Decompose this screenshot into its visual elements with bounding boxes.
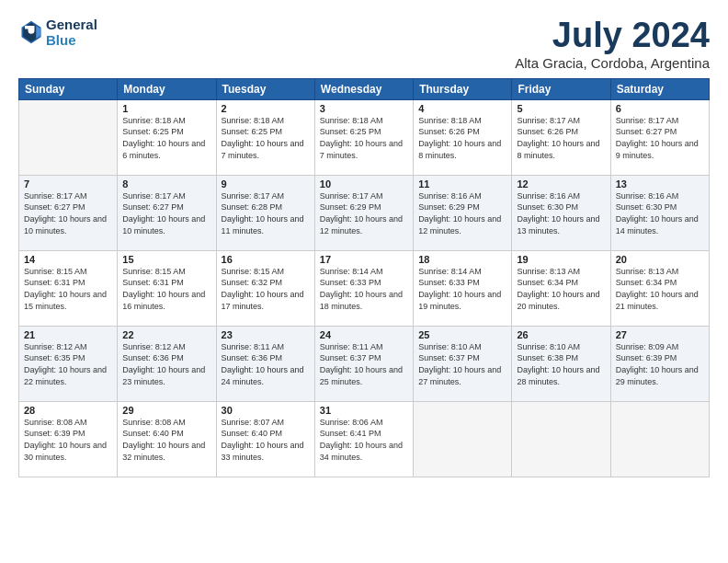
calendar-day-header: Friday <box>512 78 610 99</box>
calendar-week-row: 7Sunrise: 8:17 AM Sunset: 6:27 PM Daylig… <box>19 175 710 250</box>
day-info: Sunrise: 8:17 AM Sunset: 6:27 PM Dayligh… <box>24 190 112 236</box>
day-number: 25 <box>418 329 506 340</box>
day-info: Sunrise: 8:18 AM Sunset: 6:25 PM Dayligh… <box>320 115 408 161</box>
day-number: 21 <box>24 329 112 340</box>
calendar-day-cell: 30Sunrise: 8:07 AM Sunset: 6:40 PM Dayli… <box>216 401 314 477</box>
day-info: Sunrise: 8:11 AM Sunset: 6:36 PM Dayligh… <box>222 341 310 387</box>
day-number: 13 <box>616 178 704 190</box>
day-info: Sunrise: 8:15 AM Sunset: 6:31 PM Dayligh… <box>24 266 112 312</box>
calendar-day-cell: 31Sunrise: 8:06 AM Sunset: 6:41 PM Dayli… <box>314 401 413 477</box>
day-info: Sunrise: 8:12 AM Sunset: 6:35 PM Dayligh… <box>24 341 112 387</box>
calendar-day-cell <box>512 401 610 477</box>
calendar-day-cell: 29Sunrise: 8:08 AM Sunset: 6:40 PM Dayli… <box>118 401 216 477</box>
day-number: 8 <box>122 178 210 190</box>
day-number: 3 <box>320 103 408 114</box>
calendar-day-cell: 23Sunrise: 8:11 AM Sunset: 6:36 PM Dayli… <box>216 326 314 401</box>
calendar-day-cell <box>610 401 709 477</box>
calendar-day-cell: 17Sunrise: 8:14 AM Sunset: 6:33 PM Dayli… <box>314 250 413 326</box>
calendar-day-cell: 13Sunrise: 8:16 AM Sunset: 6:30 PM Dayli… <box>610 175 709 250</box>
calendar-day-cell: 20Sunrise: 8:13 AM Sunset: 6:34 PM Dayli… <box>610 250 709 326</box>
day-info: Sunrise: 8:15 AM Sunset: 6:32 PM Dayligh… <box>222 266 310 312</box>
page: General Blue July 2024 Alta Gracia, Cord… <box>0 0 728 563</box>
day-number: 2 <box>222 103 310 114</box>
calendar-day-cell: 28Sunrise: 8:08 AM Sunset: 6:39 PM Dayli… <box>19 401 118 477</box>
calendar-day-header: Thursday <box>414 78 512 99</box>
day-info: Sunrise: 8:07 AM Sunset: 6:40 PM Dayligh… <box>222 417 310 463</box>
day-number: 22 <box>122 329 210 340</box>
calendar-day-cell: 2Sunrise: 8:18 AM Sunset: 6:25 PM Daylig… <box>216 99 314 175</box>
day-number: 26 <box>517 329 605 340</box>
calendar-week-row: 21Sunrise: 8:12 AM Sunset: 6:35 PM Dayli… <box>19 326 710 401</box>
logo-text: General Blue <box>46 17 97 49</box>
calendar-day-cell: 3Sunrise: 8:18 AM Sunset: 6:25 PM Daylig… <box>314 99 413 175</box>
day-info: Sunrise: 8:13 AM Sunset: 6:34 PM Dayligh… <box>616 266 704 312</box>
calendar-day-cell: 16Sunrise: 8:15 AM Sunset: 6:32 PM Dayli… <box>216 250 314 326</box>
day-number: 23 <box>222 329 310 340</box>
calendar-day-cell: 5Sunrise: 8:17 AM Sunset: 6:26 PM Daylig… <box>512 99 610 175</box>
calendar-day-cell: 27Sunrise: 8:09 AM Sunset: 6:39 PM Dayli… <box>610 326 709 401</box>
day-info: Sunrise: 8:13 AM Sunset: 6:34 PM Dayligh… <box>517 266 605 312</box>
logo-icon <box>18 19 44 45</box>
day-info: Sunrise: 8:15 AM Sunset: 6:31 PM Dayligh… <box>122 266 210 312</box>
calendar-day-cell <box>414 401 512 477</box>
header: General Blue July 2024 Alta Gracia, Cord… <box>18 17 710 71</box>
logo: General Blue <box>18 17 97 49</box>
day-info: Sunrise: 8:16 AM Sunset: 6:30 PM Dayligh… <box>616 190 704 236</box>
day-info: Sunrise: 8:18 AM Sunset: 6:26 PM Dayligh… <box>418 115 506 161</box>
day-info: Sunrise: 8:17 AM Sunset: 6:27 PM Dayligh… <box>122 190 210 236</box>
calendar-week-row: 14Sunrise: 8:15 AM Sunset: 6:31 PM Dayli… <box>19 250 710 326</box>
day-info: Sunrise: 8:08 AM Sunset: 6:40 PM Dayligh… <box>122 417 210 463</box>
calendar-table: SundayMondayTuesdayWednesdayThursdayFrid… <box>18 78 710 477</box>
day-info: Sunrise: 8:10 AM Sunset: 6:38 PM Dayligh… <box>517 341 605 387</box>
day-number: 31 <box>320 405 408 416</box>
day-info: Sunrise: 8:17 AM Sunset: 6:29 PM Dayligh… <box>320 190 408 236</box>
calendar-day-header: Tuesday <box>216 78 314 99</box>
day-number: 20 <box>616 254 704 265</box>
calendar-day-cell: 22Sunrise: 8:12 AM Sunset: 6:36 PM Dayli… <box>118 326 216 401</box>
day-number: 19 <box>517 254 605 265</box>
day-info: Sunrise: 8:11 AM Sunset: 6:37 PM Dayligh… <box>320 341 408 387</box>
calendar-day-cell: 14Sunrise: 8:15 AM Sunset: 6:31 PM Dayli… <box>19 250 118 326</box>
subtitle: Alta Gracia, Cordoba, Argentina <box>515 55 710 71</box>
day-number: 14 <box>24 254 112 265</box>
calendar-day-cell: 11Sunrise: 8:16 AM Sunset: 6:29 PM Dayli… <box>414 175 512 250</box>
calendar-day-cell: 8Sunrise: 8:17 AM Sunset: 6:27 PM Daylig… <box>118 175 216 250</box>
day-info: Sunrise: 8:06 AM Sunset: 6:41 PM Dayligh… <box>320 417 408 463</box>
day-number: 7 <box>24 178 112 190</box>
calendar-day-cell: 12Sunrise: 8:16 AM Sunset: 6:30 PM Dayli… <box>512 175 610 250</box>
day-number: 30 <box>222 405 310 416</box>
calendar-day-cell: 21Sunrise: 8:12 AM Sunset: 6:35 PM Dayli… <box>19 326 118 401</box>
day-number: 16 <box>222 254 310 265</box>
calendar-week-row: 28Sunrise: 8:08 AM Sunset: 6:39 PM Dayli… <box>19 401 710 477</box>
calendar-day-cell: 18Sunrise: 8:14 AM Sunset: 6:33 PM Dayli… <box>414 250 512 326</box>
calendar-day-cell: 19Sunrise: 8:13 AM Sunset: 6:34 PM Dayli… <box>512 250 610 326</box>
day-info: Sunrise: 8:08 AM Sunset: 6:39 PM Dayligh… <box>24 417 112 463</box>
calendar-day-cell: 24Sunrise: 8:11 AM Sunset: 6:37 PM Dayli… <box>314 326 413 401</box>
day-number: 11 <box>418 178 506 190</box>
day-info: Sunrise: 8:18 AM Sunset: 6:25 PM Dayligh… <box>122 115 210 161</box>
calendar-day-cell: 10Sunrise: 8:17 AM Sunset: 6:29 PM Dayli… <box>314 175 413 250</box>
day-number: 5 <box>517 103 605 114</box>
day-info: Sunrise: 8:18 AM Sunset: 6:25 PM Dayligh… <box>222 115 310 161</box>
day-info: Sunrise: 8:17 AM Sunset: 6:26 PM Dayligh… <box>517 115 605 161</box>
day-info: Sunrise: 8:10 AM Sunset: 6:37 PM Dayligh… <box>418 341 506 387</box>
calendar-day-cell: 6Sunrise: 8:17 AM Sunset: 6:27 PM Daylig… <box>610 99 709 175</box>
calendar-day-header: Saturday <box>610 78 709 99</box>
calendar-day-cell: 7Sunrise: 8:17 AM Sunset: 6:27 PM Daylig… <box>19 175 118 250</box>
day-info: Sunrise: 8:17 AM Sunset: 6:27 PM Dayligh… <box>616 115 704 161</box>
calendar-day-cell: 26Sunrise: 8:10 AM Sunset: 6:38 PM Dayli… <box>512 326 610 401</box>
calendar-day-cell: 25Sunrise: 8:10 AM Sunset: 6:37 PM Dayli… <box>414 326 512 401</box>
calendar-day-cell: 9Sunrise: 8:17 AM Sunset: 6:28 PM Daylig… <box>216 175 314 250</box>
day-info: Sunrise: 8:16 AM Sunset: 6:30 PM Dayligh… <box>517 190 605 236</box>
day-number: 29 <box>122 405 210 416</box>
day-info: Sunrise: 8:14 AM Sunset: 6:33 PM Dayligh… <box>320 266 408 312</box>
title-block: July 2024 Alta Gracia, Cordoba, Argentin… <box>515 17 710 71</box>
day-number: 12 <box>517 178 605 190</box>
calendar-day-cell: 4Sunrise: 8:18 AM Sunset: 6:26 PM Daylig… <box>414 99 512 175</box>
day-number: 28 <box>24 405 112 416</box>
calendar-day-header: Sunday <box>19 78 118 99</box>
day-info: Sunrise: 8:09 AM Sunset: 6:39 PM Dayligh… <box>616 341 704 387</box>
day-number: 6 <box>616 103 704 114</box>
day-info: Sunrise: 8:12 AM Sunset: 6:36 PM Dayligh… <box>122 341 210 387</box>
day-info: Sunrise: 8:16 AM Sunset: 6:29 PM Dayligh… <box>418 190 506 236</box>
